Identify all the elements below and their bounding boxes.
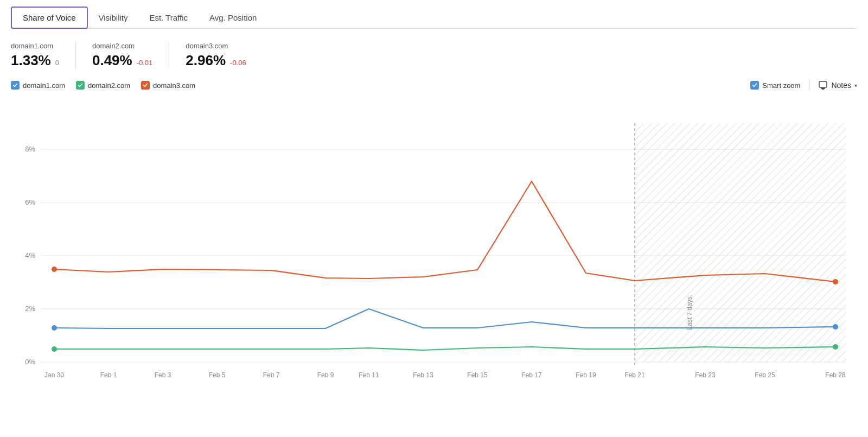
chevron-down-icon: ▾ (854, 83, 857, 88)
svg-point-16 (52, 267, 57, 272)
metric-domain2-change: -0.01 (137, 59, 153, 67)
tab-share-of-voice[interactable]: Share of Voice (11, 7, 88, 29)
legend-label-domain1: domain1.com (23, 81, 65, 90)
svg-text:Feb 3: Feb 3 (155, 371, 171, 379)
vertical-divider (809, 80, 809, 91)
metric-domain3-label: domain3.com (186, 42, 246, 50)
legend-label-domain2: domain2.com (88, 81, 130, 90)
svg-text:Feb 7: Feb 7 (263, 371, 280, 379)
notes-button[interactable]: Notes ▾ (818, 80, 857, 90)
metric-domain1-change: 0 (55, 59, 59, 67)
notes-label: Notes (831, 81, 851, 90)
legend-checkbox-domain2 (76, 81, 85, 90)
svg-text:Feb 5: Feb 5 (209, 371, 226, 379)
svg-text:Jan 30: Jan 30 (44, 371, 64, 379)
svg-text:6%: 6% (25, 198, 35, 206)
svg-text:Feb 17: Feb 17 (521, 371, 542, 379)
svg-text:Feb 15: Feb 15 (467, 371, 488, 379)
metric-domain1-value: 1.33% (11, 52, 51, 69)
svg-text:Feb 28: Feb 28 (825, 371, 846, 379)
svg-text:Feb 9: Feb 9 (317, 371, 334, 379)
svg-text:0%: 0% (25, 358, 35, 366)
tab-avg-position[interactable]: Avg. Position (199, 8, 267, 28)
smart-zoom-label: Smart zoom (762, 81, 800, 90)
metric-domain2: domain2.com 0.49% -0.01 (92, 42, 169, 69)
svg-text:Feb 13: Feb 13 (413, 371, 433, 379)
metric-domain3: domain3.com 2.96% -0.06 (186, 42, 262, 69)
metric-domain2-value: 0.49% (92, 52, 132, 69)
svg-text:Feb 19: Feb 19 (576, 371, 596, 379)
tab-visibility[interactable]: Visibility (88, 8, 139, 28)
svg-text:Feb 11: Feb 11 (359, 371, 379, 379)
metric-domain3-change: -0.06 (230, 59, 246, 67)
svg-point-17 (833, 324, 838, 330)
metrics-row: domain1.com 1.33% 0 domain2.com 0.49% -0… (11, 42, 857, 69)
svg-text:Feb 21: Feb 21 (624, 371, 645, 379)
notes-icon (818, 80, 828, 90)
svg-text:Last 7 days: Last 7 days (686, 296, 693, 330)
legend-item-domain3[interactable]: domain3.com (141, 81, 195, 90)
svg-text:Feb 25: Feb 25 (755, 371, 775, 379)
metric-domain3-value: 2.96% (186, 52, 226, 69)
legend-items: domain1.com domain2.com domain3.com (11, 81, 750, 90)
controls-right: Smart zoom Notes ▾ (750, 80, 857, 91)
svg-point-18 (52, 325, 57, 331)
svg-text:2%: 2% (25, 305, 35, 313)
legend-item-domain1[interactable]: domain1.com (11, 81, 65, 90)
main-container: Share of Voice Visibility Est. Traffic A… (0, 0, 868, 395)
legend-label-domain3: domain3.com (153, 81, 195, 90)
chart-svg: 0% 2% 4% 6% 8% Last 7 days (11, 96, 857, 384)
legend-row: domain1.com domain2.com domain3.com S (11, 80, 857, 91)
svg-point-20 (52, 346, 57, 352)
tab-est-traffic[interactable]: Est. Traffic (138, 8, 199, 28)
legend-item-domain2[interactable]: domain2.com (76, 81, 130, 90)
svg-text:4%: 4% (25, 251, 35, 259)
svg-rect-0 (819, 81, 827, 87)
metric-domain1-label: domain1.com (11, 42, 59, 50)
legend-checkbox-domain1 (11, 81, 20, 90)
metric-domain2-label: domain2.com (92, 42, 152, 50)
svg-text:Feb 1: Feb 1 (100, 371, 117, 379)
smart-zoom-checkbox (750, 81, 759, 90)
chart-area: 0% 2% 4% 6% 8% Last 7 days (11, 96, 857, 384)
legend-checkbox-domain3 (141, 81, 150, 90)
svg-text:8%: 8% (25, 145, 35, 153)
svg-text:Feb 23: Feb 23 (695, 371, 716, 379)
tabs-bar: Share of Voice Visibility Est. Traffic A… (11, 7, 857, 29)
svg-rect-12 (635, 123, 846, 362)
metric-domain1: domain1.com 1.33% 0 (11, 42, 76, 69)
smart-zoom-control[interactable]: Smart zoom (750, 81, 800, 90)
svg-point-15 (833, 279, 838, 284)
svg-point-19 (833, 344, 838, 350)
